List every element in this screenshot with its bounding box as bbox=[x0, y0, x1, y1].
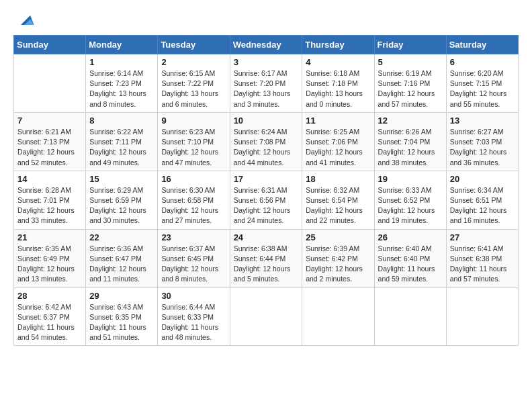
day-number: 24 bbox=[234, 232, 299, 242]
day-number: 1 bbox=[89, 57, 154, 67]
calendar: SundayMondayTuesdayWednesdayThursdayFrid… bbox=[13, 35, 519, 346]
day-info: Sunrise: 6:21 AMSunset: 7:13 PMDaylight:… bbox=[17, 127, 82, 168]
calendar-header-friday: Friday bbox=[374, 36, 446, 54]
day-info: Sunrise: 6:17 AMSunset: 7:20 PMDaylight:… bbox=[234, 68, 299, 109]
day-info: Sunrise: 6:28 AMSunset: 7:01 PMDaylight:… bbox=[17, 185, 82, 226]
day-number: 16 bbox=[161, 174, 226, 184]
day-info: Sunrise: 6:40 AMSunset: 6:40 PMDaylight:… bbox=[378, 244, 443, 285]
calendar-header-thursday: Thursday bbox=[302, 36, 374, 54]
day-info: Sunrise: 6:23 AMSunset: 7:10 PMDaylight:… bbox=[161, 127, 226, 168]
day-number: 23 bbox=[161, 232, 226, 242]
calendar-cell: 11Sunrise: 6:25 AMSunset: 7:06 PMDayligh… bbox=[302, 112, 374, 171]
calendar-cell: 22Sunrise: 6:36 AMSunset: 6:47 PMDayligh… bbox=[86, 229, 158, 287]
day-info: Sunrise: 6:36 AMSunset: 6:47 PMDaylight:… bbox=[89, 244, 154, 285]
calendar-cell: 17Sunrise: 6:31 AMSunset: 6:56 PMDayligh… bbox=[230, 171, 302, 229]
calendar-week-2: 7Sunrise: 6:21 AMSunset: 7:13 PMDaylight… bbox=[14, 112, 519, 171]
day-info: Sunrise: 6:24 AMSunset: 7:08 PMDaylight:… bbox=[234, 127, 299, 168]
day-number: 8 bbox=[89, 116, 154, 126]
calendar-cell: 29Sunrise: 6:43 AMSunset: 6:35 PMDayligh… bbox=[86, 287, 158, 346]
day-number: 17 bbox=[234, 174, 299, 184]
calendar-cell: 21Sunrise: 6:35 AMSunset: 6:49 PMDayligh… bbox=[14, 229, 86, 287]
day-number: 7 bbox=[17, 116, 82, 126]
calendar-week-5: 28Sunrise: 6:42 AMSunset: 6:37 PMDayligh… bbox=[14, 287, 519, 346]
calendar-cell: 24Sunrise: 6:38 AMSunset: 6:44 PMDayligh… bbox=[230, 229, 302, 287]
day-info: Sunrise: 6:18 AMSunset: 7:18 PMDaylight:… bbox=[306, 68, 370, 109]
day-number: 20 bbox=[450, 174, 515, 184]
day-number: 18 bbox=[306, 174, 370, 184]
day-number: 25 bbox=[306, 232, 370, 242]
calendar-cell bbox=[230, 287, 302, 346]
calendar-cell bbox=[14, 54, 86, 113]
calendar-cell: 8Sunrise: 6:22 AMSunset: 7:11 PMDaylight… bbox=[86, 112, 158, 171]
day-info: Sunrise: 6:20 AMSunset: 7:15 PMDaylight:… bbox=[450, 68, 515, 109]
calendar-cell: 27Sunrise: 6:41 AMSunset: 6:38 PMDayligh… bbox=[446, 229, 518, 287]
calendar-header-saturday: Saturday bbox=[446, 36, 518, 54]
header bbox=[13, 11, 519, 30]
calendar-cell: 2Sunrise: 6:15 AMSunset: 7:22 PMDaylight… bbox=[158, 54, 230, 113]
calendar-header-sunday: Sunday bbox=[14, 36, 86, 54]
day-number: 22 bbox=[89, 232, 154, 242]
day-number: 19 bbox=[378, 174, 443, 184]
day-number: 13 bbox=[450, 116, 515, 126]
calendar-cell: 28Sunrise: 6:42 AMSunset: 6:37 PMDayligh… bbox=[14, 287, 86, 346]
calendar-cell: 14Sunrise: 6:28 AMSunset: 7:01 PMDayligh… bbox=[14, 171, 86, 229]
calendar-cell: 5Sunrise: 6:19 AMSunset: 7:16 PMDaylight… bbox=[374, 54, 446, 113]
day-info: Sunrise: 6:30 AMSunset: 6:58 PMDaylight:… bbox=[161, 185, 226, 226]
day-info: Sunrise: 6:15 AMSunset: 7:22 PMDaylight:… bbox=[161, 68, 226, 109]
calendar-week-1: 1Sunrise: 6:14 AMSunset: 7:23 PMDaylight… bbox=[14, 54, 519, 113]
day-number: 15 bbox=[89, 174, 154, 184]
day-number: 6 bbox=[450, 57, 515, 67]
calendar-cell: 30Sunrise: 6:44 AMSunset: 6:33 PMDayligh… bbox=[158, 287, 230, 346]
calendar-cell: 26Sunrise: 6:40 AMSunset: 6:40 PMDayligh… bbox=[374, 229, 446, 287]
day-info: Sunrise: 6:31 AMSunset: 6:56 PMDaylight:… bbox=[234, 185, 299, 226]
calendar-week-3: 14Sunrise: 6:28 AMSunset: 7:01 PMDayligh… bbox=[14, 171, 519, 229]
calendar-cell: 9Sunrise: 6:23 AMSunset: 7:10 PMDaylight… bbox=[158, 112, 230, 171]
day-info: Sunrise: 6:39 AMSunset: 6:42 PMDaylight:… bbox=[306, 244, 370, 285]
logo bbox=[13, 11, 35, 30]
calendar-cell: 16Sunrise: 6:30 AMSunset: 6:58 PMDayligh… bbox=[158, 171, 230, 229]
day-info: Sunrise: 6:33 AMSunset: 6:52 PMDaylight:… bbox=[378, 185, 443, 226]
calendar-cell: 4Sunrise: 6:18 AMSunset: 7:18 PMDaylight… bbox=[302, 54, 374, 113]
calendar-cell: 1Sunrise: 6:14 AMSunset: 7:23 PMDaylight… bbox=[86, 54, 158, 113]
day-info: Sunrise: 6:26 AMSunset: 7:04 PMDaylight:… bbox=[378, 127, 443, 168]
day-info: Sunrise: 6:25 AMSunset: 7:06 PMDaylight:… bbox=[306, 127, 370, 168]
day-info: Sunrise: 6:22 AMSunset: 7:11 PMDaylight:… bbox=[89, 127, 154, 168]
day-number: 21 bbox=[17, 232, 82, 242]
day-number: 26 bbox=[378, 232, 443, 242]
day-info: Sunrise: 6:14 AMSunset: 7:23 PMDaylight:… bbox=[89, 68, 154, 109]
day-number: 12 bbox=[378, 116, 443, 126]
calendar-week-4: 21Sunrise: 6:35 AMSunset: 6:49 PMDayligh… bbox=[14, 229, 519, 287]
day-info: Sunrise: 6:38 AMSunset: 6:44 PMDaylight:… bbox=[234, 244, 299, 285]
calendar-cell: 19Sunrise: 6:33 AMSunset: 6:52 PMDayligh… bbox=[374, 171, 446, 229]
day-number: 10 bbox=[234, 116, 299, 126]
day-number: 5 bbox=[378, 57, 443, 67]
day-info: Sunrise: 6:37 AMSunset: 6:45 PMDaylight:… bbox=[161, 244, 226, 285]
calendar-cell: 6Sunrise: 6:20 AMSunset: 7:15 PMDaylight… bbox=[446, 54, 518, 113]
calendar-cell: 13Sunrise: 6:27 AMSunset: 7:03 PMDayligh… bbox=[446, 112, 518, 171]
calendar-cell bbox=[302, 287, 374, 346]
calendar-cell bbox=[446, 287, 518, 346]
day-number: 29 bbox=[89, 291, 154, 301]
day-number: 30 bbox=[161, 291, 226, 301]
day-number: 28 bbox=[17, 291, 82, 301]
day-number: 27 bbox=[450, 232, 515, 242]
day-info: Sunrise: 6:35 AMSunset: 6:49 PMDaylight:… bbox=[17, 244, 82, 285]
calendar-cell bbox=[374, 287, 446, 346]
calendar-header-monday: Monday bbox=[86, 36, 158, 54]
calendar-cell: 7Sunrise: 6:21 AMSunset: 7:13 PMDaylight… bbox=[14, 112, 86, 171]
day-number: 3 bbox=[234, 57, 299, 67]
calendar-cell: 10Sunrise: 6:24 AMSunset: 7:08 PMDayligh… bbox=[230, 112, 302, 171]
day-number: 11 bbox=[306, 116, 370, 126]
calendar-cell: 20Sunrise: 6:34 AMSunset: 6:51 PMDayligh… bbox=[446, 171, 518, 229]
day-info: Sunrise: 6:32 AMSunset: 6:54 PMDaylight:… bbox=[306, 185, 370, 226]
day-info: Sunrise: 6:19 AMSunset: 7:16 PMDaylight:… bbox=[378, 68, 443, 109]
day-info: Sunrise: 6:29 AMSunset: 6:59 PMDaylight:… bbox=[89, 185, 154, 226]
calendar-cell: 15Sunrise: 6:29 AMSunset: 6:59 PMDayligh… bbox=[86, 171, 158, 229]
day-number: 2 bbox=[161, 57, 226, 67]
day-info: Sunrise: 6:41 AMSunset: 6:38 PMDaylight:… bbox=[450, 244, 515, 285]
calendar-header-tuesday: Tuesday bbox=[158, 36, 230, 54]
logo-icon bbox=[16, 11, 35, 30]
day-info: Sunrise: 6:27 AMSunset: 7:03 PMDaylight:… bbox=[450, 127, 515, 168]
day-number: 4 bbox=[306, 57, 370, 67]
day-info: Sunrise: 6:44 AMSunset: 6:33 PMDaylight:… bbox=[161, 302, 226, 343]
